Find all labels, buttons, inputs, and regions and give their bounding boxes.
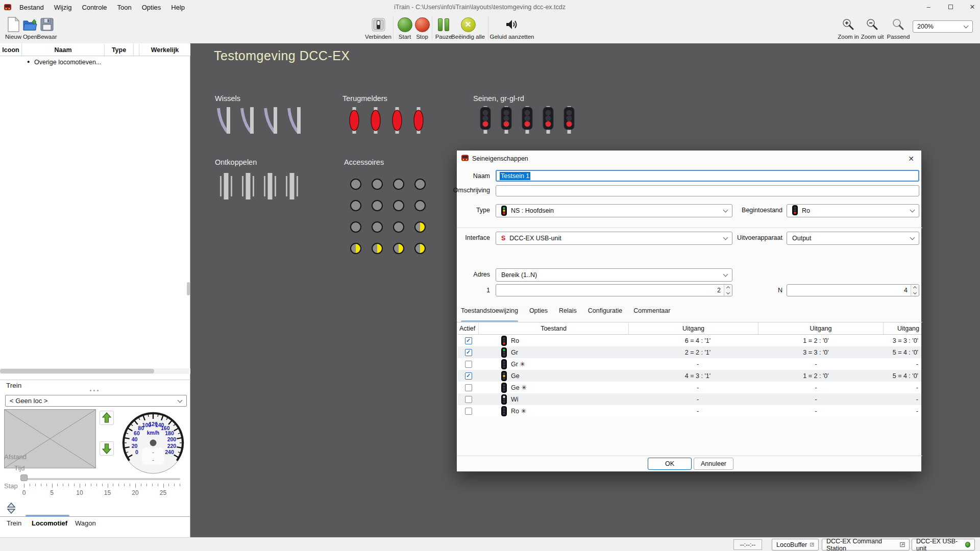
scrollbar-thumb[interactable] — [0, 369, 154, 373]
tab-trein[interactable]: Trein — [7, 519, 21, 527]
dccex-command-station-button[interactable]: DCC-EX Command Station — [822, 539, 910, 550]
state-row-ge[interactable]: ✓Ge4 = 3 : '1'1 = 2 : '0'5 = 4 : '0' — [458, 370, 921, 382]
col-toestand[interactable]: Toestand — [479, 323, 629, 334]
accessory-button-12[interactable] — [414, 221, 426, 233]
spinner-buttons[interactable] — [724, 285, 732, 296]
range-start-input[interactable]: 2 — [496, 284, 732, 296]
ok-button[interactable]: OK — [648, 458, 692, 470]
adres-mode-select[interactable]: Bereik (1..N) — [496, 268, 732, 282]
accessory-button-9[interactable] — [350, 221, 361, 233]
naam-input[interactable]: Testsein 1 — [496, 170, 919, 182]
dialog-tab-opties[interactable]: Opties — [529, 307, 548, 316]
accessory-button-15[interactable] — [393, 243, 404, 254]
accessory-button-5[interactable] — [350, 200, 361, 211]
decoupler-icon[interactable] — [219, 172, 233, 200]
turnout-icon[interactable] — [286, 107, 302, 134]
end-all-button[interactable]: ✕ Beëindig alle — [448, 16, 488, 40]
uitvoerapparaat-select[interactable]: Output — [787, 232, 919, 245]
dialog-close-button[interactable]: ✕ — [906, 154, 916, 164]
menu-item-bestand[interactable]: Bestand — [14, 0, 49, 14]
accessory-button-7[interactable] — [393, 200, 404, 211]
accessory-button-16[interactable] — [414, 243, 426, 254]
menu-item-controle[interactable]: Controle — [77, 0, 112, 14]
feedback-sensor-icon[interactable] — [349, 107, 360, 134]
state-row-wi[interactable]: Wi--- — [458, 393, 921, 405]
panel-splitter-grip[interactable] — [187, 282, 190, 295]
accessory-button-4[interactable] — [414, 179, 426, 190]
loc-select[interactable]: < Geen loc > — [5, 395, 187, 407]
col-uitgang-3[interactable]: Uitgang — [884, 323, 921, 334]
dialog-tab-relais[interactable]: Relais — [559, 307, 577, 316]
interface-select[interactable]: S DCC-EX USB-unit — [496, 232, 732, 245]
accessory-button-10[interactable] — [372, 221, 383, 233]
column-header-naam[interactable]: Naam — [22, 44, 105, 56]
type-select[interactable]: NS : Hoofdsein — [496, 204, 732, 217]
close-button[interactable]: ✕ — [963, 0, 980, 13]
turnout-icon[interactable] — [215, 107, 232, 134]
col-uitgang-1[interactable]: Uitgang — [629, 323, 758, 334]
signal-icon[interactable] — [563, 106, 575, 134]
active-checkbox[interactable]: ✓ — [465, 372, 472, 380]
dccex-usb-unit-button[interactable]: DCC-EX USB-unit — [912, 539, 975, 550]
range-n-input[interactable]: 4 — [787, 284, 919, 296]
active-checkbox[interactable] — [465, 361, 472, 368]
decoupler-icon[interactable] — [241, 172, 255, 200]
menu-item-opties[interactable]: Opties — [137, 0, 166, 14]
signal-icon[interactable] — [479, 106, 492, 134]
active-checkbox[interactable] — [465, 396, 472, 403]
step-slider-handle[interactable] — [20, 474, 28, 481]
accessory-button-1[interactable] — [350, 179, 361, 190]
accessory-button-8[interactable] — [414, 200, 426, 211]
tab-locomotief[interactable]: Locomotief — [32, 519, 67, 527]
save-button[interactable]: Bewaar — [27, 16, 67, 40]
accessory-button-11[interactable] — [393, 221, 404, 233]
state-row-ge-✳[interactable]: Ge ✳--- — [458, 382, 921, 393]
sort-diamond-icon[interactable] — [7, 503, 16, 514]
menu-item-wijzig[interactable]: Wijzig — [49, 0, 77, 14]
state-row-gr[interactable]: ✓Gr2 = 2 : '1'3 = 3 : '0'5 = 4 : '0' — [458, 346, 921, 358]
feedback-sensor-icon[interactable] — [391, 107, 403, 134]
spinner-buttons[interactable] — [911, 285, 919, 296]
section-drag-grip[interactable] — [90, 390, 99, 391]
active-checkbox[interactable] — [465, 408, 472, 415]
active-checkbox[interactable]: ✓ — [465, 337, 472, 344]
cancel-button[interactable]: Annuleer — [694, 458, 733, 470]
zoom-level-select[interactable]: 200% — [913, 20, 973, 33]
step-slider-track[interactable] — [22, 478, 180, 480]
state-row-ro[interactable]: ✓Ro6 = 4 : '1'1 = 2 : '0'3 = 3 : '0' — [458, 335, 921, 346]
speed-up-button[interactable] — [100, 411, 114, 425]
dialog-tab-configuratie[interactable]: Configuratie — [588, 307, 622, 316]
locobuffer-button[interactable]: LocoBuffer — [772, 539, 819, 550]
column-header-empty[interactable] — [134, 44, 139, 56]
active-checkbox[interactable]: ✓ — [465, 349, 472, 356]
column-header-icoon[interactable]: Icoon — [0, 44, 22, 56]
begintoestand-select[interactable]: Ro — [787, 204, 919, 217]
state-row-ro-✳[interactable]: Ro ✳--- — [458, 405, 921, 417]
accessory-button-3[interactable] — [393, 179, 404, 190]
active-checkbox[interactable] — [465, 384, 472, 391]
menu-item-toon[interactable]: Toon — [112, 0, 137, 14]
feedback-sensor-icon[interactable] — [370, 107, 381, 134]
signal-icon[interactable] — [521, 106, 533, 134]
turnout-icon[interactable] — [239, 107, 255, 134]
accessory-button-2[interactable] — [372, 179, 383, 190]
state-row-gr-✳[interactable]: Gr ✳--- — [458, 358, 921, 370]
maximize-button[interactable] — [941, 0, 960, 13]
speedometer-gauge[interactable]: 020406080100120140160180200220240km/h — [121, 411, 185, 475]
accessory-button-13[interactable] — [350, 243, 361, 254]
menu-item-help[interactable]: Help — [166, 0, 190, 14]
signal-icon[interactable] — [500, 106, 512, 134]
accessory-button-6[interactable] — [372, 200, 383, 211]
sound-on-button[interactable]: Geluid aanzetten — [492, 16, 532, 40]
dialog-tab-commentaar[interactable]: Commentaar — [633, 307, 670, 316]
turnout-icon[interactable] — [262, 107, 279, 134]
decoupler-icon[interactable] — [263, 172, 277, 200]
decoupler-icon[interactable] — [285, 172, 299, 200]
signal-icon[interactable] — [542, 106, 554, 134]
omschrijving-input[interactable] — [496, 185, 919, 196]
column-header-werkelijk[interactable]: Werkelijk — [139, 44, 190, 56]
minimize-button[interactable]: – — [919, 0, 938, 13]
speed-down-button[interactable] — [100, 441, 114, 456]
feedback-sensor-icon[interactable] — [413, 107, 424, 134]
horizontal-scrollbar[interactable] — [0, 368, 190, 374]
